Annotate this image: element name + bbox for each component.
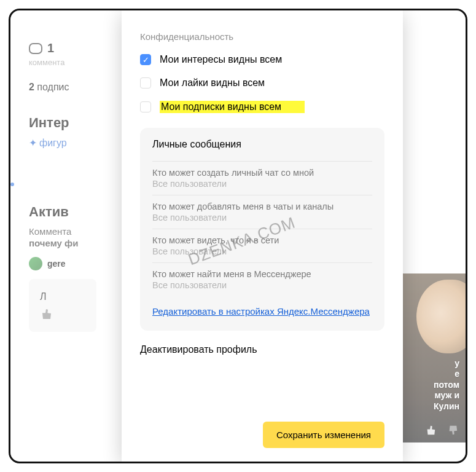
checkbox-icon[interactable] xyxy=(140,101,151,112)
pm-answer: Все пользователи xyxy=(152,246,372,256)
checkbox-label: Мои лайки видны всем xyxy=(160,77,265,88)
pm-title: Личные сообщения xyxy=(152,139,372,150)
pm-item-add-to-chats[interactable]: Кто может добавлять меня в чаты и каналы… xyxy=(152,195,372,229)
pm-item-create-chat[interactable]: Кто может создать личный чат со мной Все… xyxy=(152,161,372,195)
pm-item-online-status[interactable]: Кто может видеть, что я в сети Все польз… xyxy=(152,229,372,262)
deactivate-profile-link[interactable]: Деактивировать профиль xyxy=(140,344,384,355)
pm-question: Кто может видеть, что я в сети xyxy=(152,235,372,245)
privacy-section-label: Конфиденциальность xyxy=(140,31,384,42)
checkbox-label-highlighted: Мои подписки видны всем xyxy=(160,101,305,113)
checkbox-row-likes[interactable]: Мои лайки видны всем xyxy=(140,77,384,88)
pm-question: Кто может найти меня в Мессенджере xyxy=(152,269,372,279)
pm-item-find-me[interactable]: Кто может найти меня в Мессенджере Все п… xyxy=(152,262,372,296)
pm-answer: Все пользователи xyxy=(152,179,372,189)
pm-answer: Все пользователи xyxy=(152,213,372,222)
pm-question: Кто может создать личный чат со мной xyxy=(152,168,372,178)
pm-question: Кто может добавлять меня в чаты и каналы xyxy=(152,202,372,211)
checkbox-icon[interactable]: ✓ xyxy=(140,54,151,65)
checkbox-label: Мои интересы видны всем xyxy=(160,54,282,65)
checkbox-row-interests[interactable]: ✓ Мои интересы видны всем xyxy=(140,54,384,65)
private-messages-box: Личные сообщения Кто может создать личны… xyxy=(140,128,384,331)
settings-modal: Конфиденциальность ✓ Мои интересы видны … xyxy=(122,10,403,462)
checkbox-icon[interactable] xyxy=(140,77,151,88)
edit-messenger-settings-link[interactable]: Редактировать в настройках Яндекс.Мессен… xyxy=(152,305,372,318)
save-button[interactable]: Сохранить изменения xyxy=(263,422,384,448)
checkbox-row-subscriptions[interactable]: Мои подписки видны всем xyxy=(140,101,384,113)
pm-answer: Все пользователи xyxy=(152,280,372,290)
